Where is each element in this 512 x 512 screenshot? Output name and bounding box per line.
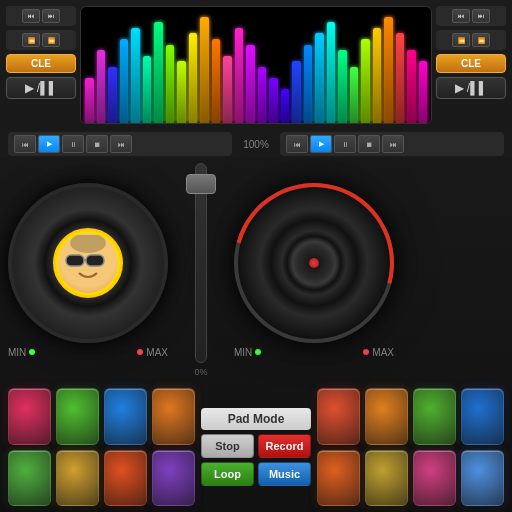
right-pad-4[interactable]	[317, 450, 360, 507]
right-transport-row-2: ⏪ ⏩	[436, 30, 506, 50]
tr-prev-btn[interactable]: ⏮	[286, 135, 308, 153]
right-pads	[317, 388, 504, 506]
left-prev-btn[interactable]: ⏮	[22, 9, 40, 23]
right-play-pause-button[interactable]: ▶ /▌▌	[436, 77, 506, 99]
tl-play-btn[interactable]: ▶	[38, 135, 60, 153]
viz-bar-24	[361, 39, 370, 123]
left-max-label: MAX	[137, 347, 168, 358]
left-turntable-section: MIN MAX	[8, 183, 168, 358]
crossfader-section: 0%	[176, 163, 226, 377]
left-pad-6[interactable]	[104, 450, 147, 507]
viz-bar-18	[292, 61, 301, 123]
left-ff-btn[interactable]: ⏩	[42, 33, 60, 47]
viz-bar-11	[212, 39, 221, 123]
right-max-label: MAX	[363, 347, 394, 358]
left-pad-2[interactable]	[104, 388, 147, 445]
right-pad-7[interactable]	[461, 450, 504, 507]
left-pad-7[interactable]	[152, 450, 195, 507]
crossfader-track[interactable]	[195, 163, 207, 363]
crossfader-handle[interactable]	[186, 174, 216, 194]
tl-stop-btn[interactable]: ⏹	[86, 135, 108, 153]
left-min-dot	[29, 349, 35, 355]
music-button[interactable]: Music	[258, 462, 311, 486]
viz-bar-21	[327, 22, 336, 123]
viz-bar-7	[166, 45, 175, 123]
pads-section: Pad Mode Stop Record Loop Music	[0, 382, 512, 512]
right-pad-5[interactable]	[365, 450, 408, 507]
tr-play-btn[interactable]: ▶	[310, 135, 332, 153]
avatar-svg	[61, 235, 116, 290]
stop-button[interactable]: Stop	[201, 434, 254, 458]
tl-prev-btn[interactable]: ⏮	[14, 135, 36, 153]
left-min-max: MIN MAX	[8, 347, 168, 358]
left-pad-0[interactable]	[8, 388, 51, 445]
right-max-dot	[363, 349, 369, 355]
control-buttons: Stop Record Loop Music	[201, 434, 311, 486]
right-turntable-section: MIN MAX	[234, 183, 394, 358]
svg-rect-2	[66, 255, 84, 266]
viz-bar-19	[304, 45, 313, 123]
viz-bar-2	[108, 67, 117, 123]
viz-bar-15	[258, 67, 267, 123]
right-pause-icon: /▌▌	[467, 81, 487, 95]
left-rew-btn[interactable]: ⏪	[22, 33, 40, 47]
tr-pause-btn[interactable]: ⏸	[334, 135, 356, 153]
right-turntable[interactable]	[234, 183, 394, 343]
avatar-face	[58, 233, 118, 293]
right-min-max: MIN MAX	[234, 347, 394, 358]
viz-bar-26	[384, 17, 393, 123]
visualizer-bars	[81, 7, 431, 123]
right-pad-0[interactable]	[317, 388, 360, 445]
tr-next-btn[interactable]: ⏭	[382, 135, 404, 153]
left-play-pause-button[interactable]: ▶ /▌▌	[6, 77, 76, 99]
left-pad-1[interactable]	[56, 388, 99, 445]
viz-bar-10	[200, 17, 209, 123]
right-ff-btn[interactable]: ⏩	[472, 33, 490, 47]
right-min-dot	[255, 349, 261, 355]
record-button[interactable]: Record	[258, 434, 311, 458]
right-center-dot	[309, 258, 319, 268]
left-pad-5[interactable]	[56, 450, 99, 507]
left-cle-button[interactable]: CLE	[6, 54, 76, 73]
viz-bar-22	[338, 50, 347, 123]
viz-bar-4	[131, 28, 140, 123]
viz-bar-27	[396, 33, 405, 123]
viz-bar-8	[177, 61, 186, 123]
right-min-label: MIN	[234, 347, 261, 358]
left-avatar	[53, 228, 123, 298]
left-pad-4[interactable]	[8, 450, 51, 507]
right-pad-3[interactable]	[461, 388, 504, 445]
viz-bar-20	[315, 33, 324, 123]
left-pads	[8, 388, 195, 506]
left-max-dot	[137, 349, 143, 355]
right-pad-1[interactable]	[365, 388, 408, 445]
left-deck-controls: ⏮ ⏭ ⏪ ⏩ CLE ▶ /▌▌	[6, 6, 76, 124]
right-pad-2[interactable]	[413, 388, 456, 445]
viz-bar-6	[154, 22, 163, 123]
right-play-icon: ▶	[455, 81, 464, 95]
tr-stop-btn[interactable]: ⏹	[358, 135, 380, 153]
left-prev2-btn[interactable]: ⏭	[42, 9, 60, 23]
viz-bar-0	[85, 78, 94, 123]
viz-bar-25	[373, 28, 382, 123]
left-turntable[interactable]	[8, 183, 168, 343]
loop-button[interactable]: Loop	[201, 462, 254, 486]
visualizer	[80, 6, 432, 124]
left-play-icon: ▶	[25, 81, 34, 95]
viz-bar-23	[350, 67, 359, 123]
tl-pause-btn[interactable]: ⏸	[62, 135, 84, 153]
left-pause-icon: /▌▌	[37, 81, 57, 95]
crossfader-zero-label: 0%	[194, 367, 207, 377]
right-rew-btn[interactable]: ⏪	[452, 33, 470, 47]
right-pad-6[interactable]	[413, 450, 456, 507]
right-transport-row-1: ⏮ ⏭	[436, 6, 506, 26]
left-pad-3[interactable]	[152, 388, 195, 445]
viz-bar-14	[246, 45, 255, 123]
right-cle-button[interactable]: CLE	[436, 54, 506, 73]
right-deck-controls: ⏮ ⏭ ⏪ ⏩ CLE ▶ /▌▌	[436, 6, 506, 124]
right-prev-btn[interactable]: ⏮	[452, 9, 470, 23]
main-deck: MIN MAX 0% MIN	[0, 158, 512, 382]
tl-next-btn[interactable]: ⏭	[110, 135, 132, 153]
right-next-btn[interactable]: ⏭	[472, 9, 490, 23]
left-transport-bar: ⏮ ▶ ⏸ ⏹ ⏭	[8, 132, 232, 156]
